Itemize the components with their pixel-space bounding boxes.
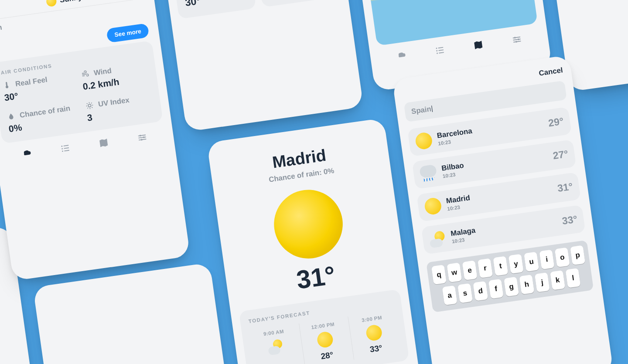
nav-list-icon[interactable] (433, 44, 447, 56)
phone-splash (33, 262, 243, 364)
city-temp: 29° (548, 116, 564, 129)
phone-search: Cancel Spain Barcelona10:2329°Bilbao10:2… (392, 55, 614, 364)
wind-icon (81, 70, 90, 79)
air-wind: Wind 0.2 km/h (81, 61, 150, 92)
metric-chance-of-rain: CHANCE OF RAIN 0% (257, 0, 340, 7)
key-l[interactable]: l (566, 268, 581, 288)
city-temp: 33° (561, 213, 578, 227)
umbrella-icon (99, 354, 177, 364)
nav-weather-icon[interactable] (395, 50, 408, 62)
nav-weather-icon[interactable] (20, 148, 34, 160)
nav-list-icon[interactable] (59, 143, 72, 154)
sun-icon (316, 331, 334, 348)
hour-slot[interactable]: 9:00 AM (250, 324, 302, 364)
city-temp: 31° (557, 180, 573, 194)
phone-metrics: 3 HUMIDITY 56% VISIBILITY 12 km FEELS LI… (153, 0, 364, 132)
svg-point-11 (437, 53, 438, 54)
svg-point-5 (139, 135, 141, 136)
phone-forecast: Thu Cloudy 37/21 Fri Rainy 37/21 Sat Sun… (0, 0, 190, 281)
key-a[interactable]: a (442, 286, 457, 306)
nav-map-icon[interactable] (97, 137, 110, 149)
city-temp: 27° (552, 148, 569, 162)
partly-cloudy-icon (267, 338, 284, 355)
metric-feels-like: FEELS LIKE 30° (174, 0, 256, 19)
key-k[interactable]: k (550, 270, 565, 290)
key-h[interactable]: h (519, 275, 534, 295)
key-d[interactable]: d (473, 281, 488, 301)
hour-slot[interactable]: 3:00 PM 33° (348, 310, 400, 360)
key-u[interactable]: u (524, 252, 539, 272)
sun-icon (414, 132, 433, 150)
sun-icon (45, 0, 57, 7)
key-s[interactable]: s (457, 283, 473, 303)
svg-point-6 (143, 136, 144, 138)
key-r[interactable]: r (478, 258, 493, 278)
hour-slot[interactable]: 12:00 PM 28° (299, 317, 351, 364)
key-w[interactable]: w (447, 262, 462, 282)
key-f[interactable]: f (488, 279, 504, 299)
svg-point-3 (61, 148, 63, 150)
sun-large-icon (270, 185, 347, 263)
nav-settings-icon[interactable] (510, 34, 523, 45)
key-j[interactable]: j (535, 272, 550, 293)
today-forecast-card: TODAY'S FORECAST 9:00 AM 12:00 PM 28° 3:… (239, 289, 410, 364)
nav-map-icon[interactable] (472, 39, 485, 51)
rain-icon (419, 164, 438, 183)
partly-icon (428, 230, 447, 248)
svg-point-12 (514, 37, 515, 38)
air-uv-index: UV Index 3 (85, 93, 154, 123)
drop-icon (7, 112, 16, 121)
svg-point-7 (140, 139, 142, 140)
svg-point-14 (515, 41, 517, 43)
sun-outline-icon (85, 101, 94, 110)
key-q[interactable]: q (431, 265, 447, 285)
key-e[interactable]: e (462, 260, 478, 280)
svg-point-13 (518, 38, 519, 40)
svg-point-10 (436, 50, 437, 51)
thermometer-icon (2, 81, 11, 90)
key-g[interactable]: g (504, 277, 519, 297)
key-i[interactable]: i (539, 250, 554, 270)
air-real-feel: Real Feel 30° (2, 73, 71, 103)
phone-city-detail: Madrid Chance of rain: 0% 31° TODAY'S FO… (207, 118, 427, 364)
air-chance-of-rain: Chance of rain 0% (7, 104, 75, 134)
svg-point-9 (436, 48, 437, 49)
keyboard[interactable]: qwertyuiop asdfghjkl (426, 240, 594, 313)
sun-icon (365, 324, 382, 341)
key-t[interactable]: t (493, 256, 508, 276)
see-more-button[interactable]: See more (106, 23, 150, 43)
svg-point-2 (61, 146, 62, 147)
nav-settings-icon[interactable] (136, 132, 149, 143)
key-y[interactable]: y (509, 254, 524, 274)
key-o[interactable]: o (555, 248, 570, 268)
sun-icon (424, 197, 443, 216)
svg-point-4 (62, 150, 63, 152)
key-p[interactable]: p (570, 245, 585, 265)
svg-point-0 (88, 104, 91, 107)
